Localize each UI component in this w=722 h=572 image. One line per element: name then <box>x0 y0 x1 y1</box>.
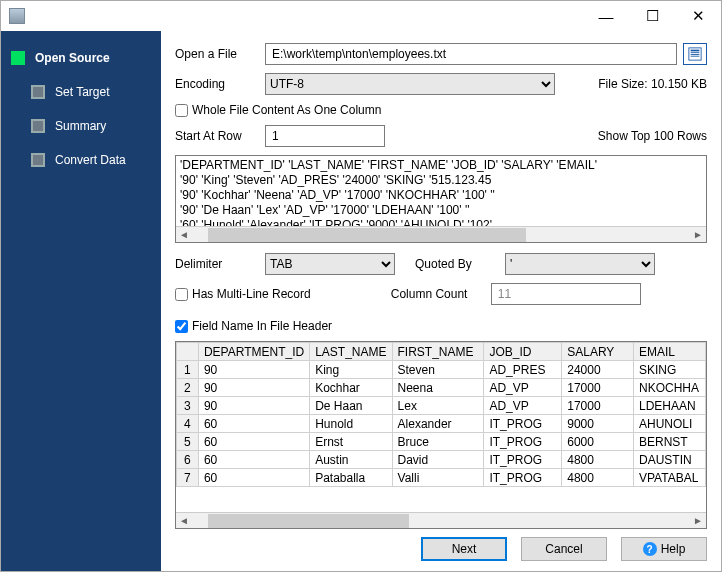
cell[interactable]: Ernst <box>310 433 392 451</box>
cell[interactable]: 17000 <box>562 379 634 397</box>
whole-file-checkbox[interactable]: Whole File Content As One Column <box>175 103 381 117</box>
cell[interactable]: De Haan <box>310 397 392 415</box>
data-grid[interactable]: DEPARTMENT_IDLAST_NAMEFIRST_NAMEJOB_IDSA… <box>175 341 707 529</box>
browse-button[interactable] <box>683 43 707 65</box>
cell[interactable]: 60 <box>198 433 309 451</box>
cell[interactable]: 90 <box>198 361 309 379</box>
cell[interactable]: Alexander <box>392 415 484 433</box>
maximize-button[interactable]: ☐ <box>629 1 675 31</box>
column-header[interactable]: DEPARTMENT_ID <box>198 343 309 361</box>
step-icon <box>31 153 45 167</box>
cell[interactable]: 90 <box>198 397 309 415</box>
cell[interactable]: 6000 <box>562 433 634 451</box>
cell[interactable]: David <box>392 451 484 469</box>
cell[interactable]: IT_PROG <box>484 415 562 433</box>
column-header[interactable]: FIRST_NAME <box>392 343 484 361</box>
cell[interactable]: Pataballa <box>310 469 392 487</box>
encoding-select[interactable]: UTF-8 <box>265 73 555 95</box>
cell[interactable]: NKOCHHA <box>633 379 705 397</box>
cell[interactable]: DAUSTIN <box>633 451 705 469</box>
cell[interactable]: SKING <box>633 361 705 379</box>
scroll-left-icon[interactable]: ◄ <box>176 229 192 240</box>
nav-item-set-target[interactable]: Set Target <box>21 81 161 103</box>
cell[interactable]: AD_VP <box>484 397 562 415</box>
table-row[interactable]: 190KingStevenAD_PRES24000SKING <box>177 361 706 379</box>
field-header-checkbox-input[interactable] <box>175 320 188 333</box>
cell[interactable]: IT_PROG <box>484 451 562 469</box>
cell[interactable]: LDEHAAN <box>633 397 705 415</box>
cell[interactable]: Lex <box>392 397 484 415</box>
cell[interactable]: Neena <box>392 379 484 397</box>
scroll-right-icon[interactable]: ► <box>690 515 706 526</box>
column-count-input[interactable] <box>492 284 641 304</box>
column-header[interactable]: JOB_ID <box>484 343 562 361</box>
cell[interactable]: Bruce <box>392 433 484 451</box>
cell[interactable]: 60 <box>198 415 309 433</box>
nav-item-summary[interactable]: Summary <box>21 115 161 137</box>
table-row[interactable]: 290KochharNeenaAD_VP17000NKOCHHA <box>177 379 706 397</box>
start-row-spinner[interactable]: ▲▼ <box>265 125 385 147</box>
column-header[interactable]: EMAIL <box>633 343 705 361</box>
scroll-thumb[interactable] <box>208 514 409 528</box>
cell[interactable]: 4800 <box>562 451 634 469</box>
preview-line: '90' 'King' 'Steven' 'AD_PRES' '24000' '… <box>180 173 702 188</box>
next-button[interactable]: Next <box>421 537 507 561</box>
multiline-checkbox[interactable]: Has Multi-Line Record <box>175 287 311 301</box>
field-header-checkbox[interactable]: Field Name In File Header <box>175 319 332 333</box>
cell[interactable]: 90 <box>198 379 309 397</box>
whole-file-checkbox-input[interactable] <box>175 104 188 117</box>
cell[interactable]: VPATABAL <box>633 469 705 487</box>
cell[interactable]: Kochhar <box>310 379 392 397</box>
close-button[interactable]: ✕ <box>675 1 721 31</box>
table-row[interactable]: 390De HaanLexAD_VP17000LDEHAAN <box>177 397 706 415</box>
cell[interactable]: AD_PRES <box>484 361 562 379</box>
cell[interactable]: IT_PROG <box>484 469 562 487</box>
svg-rect-3 <box>691 54 700 55</box>
cell[interactable]: IT_PROG <box>484 433 562 451</box>
table-row[interactable]: 560ErnstBruceIT_PROG6000BERNST <box>177 433 706 451</box>
column-header[interactable]: LAST_NAME <box>310 343 392 361</box>
start-row-input[interactable] <box>266 126 385 146</box>
scroll-left-icon[interactable]: ◄ <box>176 515 192 526</box>
start-row-label: Start At Row <box>175 129 265 143</box>
cell[interactable]: 9000 <box>562 415 634 433</box>
cell[interactable]: 60 <box>198 469 309 487</box>
cell[interactable]: 17000 <box>562 397 634 415</box>
nav-label: Open Source <box>35 51 110 65</box>
nav-item-convert-data[interactable]: Convert Data <box>21 149 161 171</box>
cell[interactable]: Hunold <box>310 415 392 433</box>
table-row[interactable]: 660AustinDavidIT_PROG4800DAUSTIN <box>177 451 706 469</box>
multiline-checkbox-input[interactable] <box>175 288 188 301</box>
table-row[interactable]: 460HunoldAlexanderIT_PROG9000AHUNOLI <box>177 415 706 433</box>
cell[interactable]: Austin <box>310 451 392 469</box>
cell[interactable]: AD_VP <box>484 379 562 397</box>
preview-line: '90' 'De Haan' 'Lex' 'AD_VP' '17000' 'LD… <box>180 203 702 218</box>
grid-scrollbar[interactable]: ◄ ► <box>176 512 706 528</box>
quoted-by-select[interactable]: ' <box>505 253 655 275</box>
cancel-button[interactable]: Cancel <box>521 537 607 561</box>
svg-rect-4 <box>691 56 700 57</box>
quoted-by-label: Quoted By <box>415 257 505 271</box>
column-count-spinner[interactable]: ▲▼ <box>491 283 641 305</box>
nav-item-open-source[interactable]: Open Source <box>1 47 161 69</box>
minimize-button[interactable]: — <box>583 1 629 31</box>
cell[interactable]: Valli <box>392 469 484 487</box>
nav-label: Summary <box>55 119 106 133</box>
cell[interactable]: 24000 <box>562 361 634 379</box>
cell[interactable]: AHUNOLI <box>633 415 705 433</box>
cell[interactable]: King <box>310 361 392 379</box>
scroll-right-icon[interactable]: ► <box>690 229 706 240</box>
cell[interactable]: 60 <box>198 451 309 469</box>
column-header[interactable]: SALARY <box>562 343 634 361</box>
table-row[interactable]: 760PataballaValliIT_PROG4800VPATABAL <box>177 469 706 487</box>
cell[interactable]: 4800 <box>562 469 634 487</box>
scroll-thumb[interactable] <box>208 228 526 242</box>
file-path-input[interactable] <box>265 43 677 65</box>
titlebar[interactable]: — ☐ ✕ <box>1 1 721 31</box>
delimiter-select[interactable]: TAB <box>265 253 395 275</box>
cell[interactable]: BERNST <box>633 433 705 451</box>
preview-scrollbar[interactable]: ◄ ► <box>176 226 706 242</box>
cell[interactable]: Steven <box>392 361 484 379</box>
show-top-label: Show Top 100 Rows <box>598 129 707 143</box>
help-button[interactable]: ? Help <box>621 537 707 561</box>
